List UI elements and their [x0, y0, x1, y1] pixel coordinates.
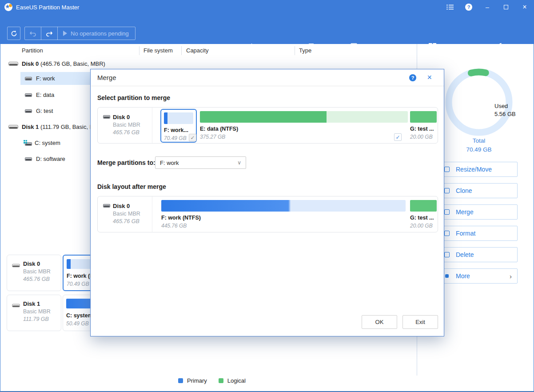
minimize-icon[interactable]: –	[478, 0, 497, 14]
merge-block-g-test[interactable]: G: test ... 20.00 GB	[410, 109, 437, 142]
primary-legend-icon	[178, 378, 183, 383]
column-header-type[interactable]: Type	[299, 47, 311, 54]
partition-icon	[25, 76, 32, 81]
dialog-close-icon[interactable]: ×	[427, 73, 432, 82]
more-icon	[445, 274, 449, 278]
disk1-label: Disk 1	[22, 124, 39, 130]
resize-move-icon	[444, 167, 450, 172]
disk-icon	[12, 303, 20, 308]
partition-icon	[25, 109, 32, 113]
system-partition-icon	[24, 140, 32, 146]
dialog-help-icon[interactable]: ?	[409, 74, 416, 81]
dialog-header: Merge ? ×	[91, 69, 444, 86]
merge-block-e-data[interactable]: E: data (NTFS) 375.27 GB ✓	[200, 109, 408, 142]
toolbar: No operations pending Migrate OS Clone P…	[0, 14, 534, 44]
pending-operations-label: No operations pending	[71, 30, 129, 37]
resize-move-button[interactable]: Resize/Move	[438, 162, 518, 177]
partition-bar	[164, 112, 193, 124]
clone-icon	[444, 188, 450, 193]
legend-logical-label: Logical	[227, 377, 246, 384]
merge-dialog: Merge ? × Select partition to merge Disk…	[90, 69, 444, 336]
app-logo-icon	[4, 3, 12, 11]
title-bar: EaseUS Partition Master ? – ×	[0, 0, 534, 14]
diskmap-disk1-card[interactable]: Disk 1 Basic MBR 111.79 GB	[7, 295, 61, 331]
legend-primary-label: Primary	[187, 377, 207, 384]
disk-icon	[8, 61, 18, 67]
column-header-capacity[interactable]: Capacity	[186, 47, 209, 54]
logical-legend-icon	[219, 378, 223, 383]
partition-label: G: test	[36, 108, 53, 114]
delete-icon	[444, 252, 450, 257]
merge-action-button[interactable]: Merge	[438, 204, 518, 220]
merge-block-f-work[interactable]: F: work... 70.49 GB ✓	[160, 109, 197, 143]
used-label: Used 5.56 GB	[494, 102, 516, 118]
partition-icon	[25, 93, 32, 97]
merge-to-label: Merge partitions to:	[97, 159, 155, 166]
help-icon[interactable]: ?	[459, 0, 478, 14]
disk-layout-heading: Disk layout after merge	[97, 183, 166, 190]
column-header-partition[interactable]: Partition	[22, 47, 43, 54]
diskmap-disk0-card[interactable]: Disk 0 Basic MBR 465.76 GB	[7, 255, 61, 291]
redo-button[interactable]	[41, 27, 57, 40]
partition-icon	[103, 115, 110, 119]
windows-badge-icon	[24, 140, 27, 144]
format-button[interactable]: Format	[438, 226, 518, 241]
partition-bar	[410, 111, 437, 123]
partition-label: E: data	[36, 92, 54, 98]
partition-bar	[200, 111, 408, 123]
clone-action-button[interactable]: Clone	[438, 183, 518, 198]
layout-before-row: Disk 0 Basic MBR 465.76 GB F: work... 70…	[97, 107, 438, 144]
partition-bar	[161, 200, 406, 212]
partition-label: C: system	[35, 140, 60, 146]
used-segment	[471, 72, 486, 73]
undo-button[interactable]	[25, 27, 41, 40]
layout-after-row: Disk 0 Basic MBR 465.76 GB F: work (NTFS…	[97, 196, 438, 232]
result-block-g-test[interactable]: G: test ... 20.00 GB	[410, 198, 437, 231]
pending-operations[interactable]: No operations pending	[58, 27, 135, 40]
window-title: EaseUS Partition Master	[16, 4, 79, 11]
operations-group: No operations pending	[24, 27, 135, 40]
total-label: Total 70.49 GB	[448, 136, 510, 154]
refresh-button[interactable]	[7, 27, 20, 40]
disk-icon	[12, 263, 20, 268]
select-partition-heading: Select partition to merge	[97, 94, 170, 101]
disk-info: Disk 0 Basic MBR 465.76 GB	[98, 108, 152, 143]
e-data-checkbox[interactable]: ✓	[394, 133, 402, 141]
legend: Primary Logical	[178, 377, 246, 384]
chevron-down-icon: ∨	[237, 160, 241, 166]
partition-bar	[410, 200, 437, 212]
partition-icon	[103, 204, 110, 208]
format-icon	[444, 231, 450, 236]
dialog-title: Merge	[97, 74, 116, 81]
partition-icon	[25, 157, 32, 161]
tree-row-disk0[interactable]: Disk 0 (465.76 GB, Basic, MBR)	[0, 57, 417, 70]
disk0-label: Disk 0	[22, 60, 39, 67]
menu-list-icon[interactable]	[441, 0, 459, 14]
f-work-checkbox[interactable]: ✓	[189, 134, 196, 141]
merge-to-dropdown[interactable]: F: work ∨	[155, 156, 246, 169]
ok-button[interactable]: OK	[362, 315, 397, 329]
partition-label: F: work	[36, 75, 55, 82]
partition-label: D: software	[36, 156, 65, 162]
close-icon[interactable]: ×	[515, 0, 534, 14]
more-button[interactable]: More ›	[438, 268, 518, 284]
disk-info: Disk 0 Basic MBR 465.76 GB	[98, 196, 152, 232]
merge-icon	[444, 209, 450, 215]
delete-button[interactable]: Delete	[438, 247, 518, 262]
chevron-right-icon: ›	[510, 272, 512, 280]
result-block-f-work[interactable]: F: work (NTFS) 445.76 GB	[161, 198, 406, 231]
disk-icon	[8, 124, 18, 130]
column-header-filesystem[interactable]: File system	[143, 47, 173, 54]
maximize-icon[interactable]	[497, 0, 515, 14]
play-icon	[63, 31, 67, 36]
exit-button[interactable]: Exit	[402, 315, 438, 329]
